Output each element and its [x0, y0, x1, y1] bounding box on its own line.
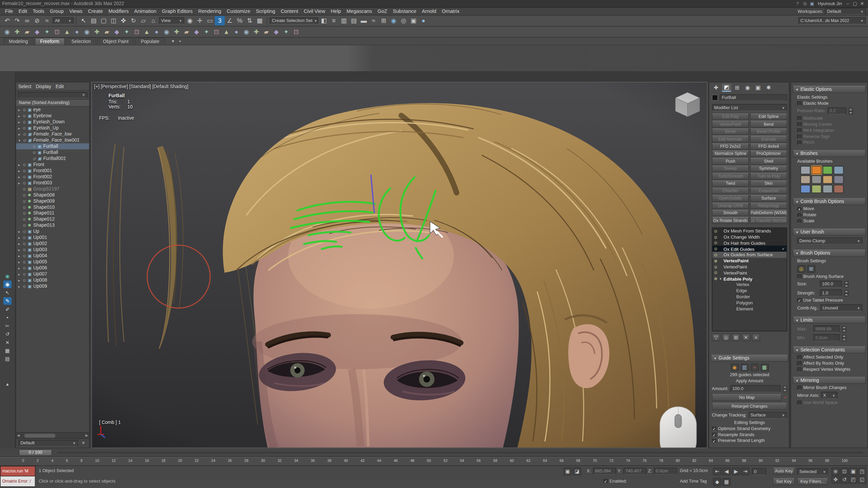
brush-slot-10[interactable]: [811, 185, 821, 193]
menu-item[interactable]: GoZ: [375, 7, 390, 15]
brush-along-surface-checkbox[interactable]: Brush Along Surface: [797, 274, 866, 279]
modifier-button[interactable]: Skin: [750, 180, 787, 187]
object-name-field[interactable]: FurBall: [719, 94, 787, 101]
max-spinner[interactable]: ▲▼: [842, 326, 846, 332]
expand-arrow-icon[interactable]: ▸: [18, 181, 23, 185]
selection-filter-dropdown[interactable]: All▼: [53, 17, 74, 24]
undo-icon[interactable]: ↶: [2, 16, 12, 25]
modifier-button[interactable]: VertexPaint: [712, 121, 749, 128]
expand-arrow-icon[interactable]: ▸: [18, 248, 23, 251]
visibility-dot-icon[interactable]: ⊙: [23, 138, 28, 142]
select-scale-icon[interactable]: ▱: [138, 16, 148, 25]
time-slider-handle[interactable]: 0 / 100: [19, 449, 52, 456]
ox-toolbar-icon-2[interactable]: ✚: [12, 27, 22, 37]
brush-slot-12[interactable]: [834, 185, 844, 193]
play-button[interactable]: ▶: [732, 468, 740, 475]
brushes-header[interactable]: ▼Brushes: [793, 150, 866, 157]
scene-explorer-row[interactable]: ▸ ⊙ ▣ Up005: [16, 259, 89, 265]
modifier-stack-item[interactable]: ⊙ VertexPaint: [712, 264, 787, 270]
comb-alg-dropdown[interactable]: Unused▼: [821, 304, 863, 311]
ox-toolbar-icon-1[interactable]: ◉: [2, 27, 12, 37]
clear-search-icon[interactable]: ✕: [80, 93, 85, 97]
show-end-result-icon[interactable]: ◎: [722, 333, 730, 341]
comb-brush-icon[interactable]: ✎: [3, 297, 12, 305]
ox-toolbar-icon-11[interactable]: ▰: [102, 27, 112, 37]
elastic-option-checkbox[interactable]: Reverse Sign: [797, 135, 866, 139]
mirror-icon[interactable]: ◧: [319, 16, 329, 25]
modifier-button[interactable]: Retopology: [750, 202, 787, 209]
scene-explorer-row[interactable]: ▸ ⊙ ▣ Up004: [16, 253, 89, 259]
brush-slot-9[interactable]: [801, 185, 810, 193]
ribbon-toggle-icon[interactable]: ▬: [359, 16, 369, 25]
brush-slot-11[interactable]: [823, 185, 832, 193]
guide-settings-checkbox[interactable]: ✓Optimize Strand Geometry: [712, 427, 787, 431]
enabled-checkbox[interactable]: ✓: [604, 479, 608, 484]
maxscript-mini-listener-line2[interactable]: Ornatrix Error: /: [0, 476, 35, 487]
use-pivot-center-icon[interactable]: ◉: [185, 16, 195, 25]
explorer-menu[interactable]: Select: [18, 84, 32, 89]
x-coordinate-field[interactable]: 885.094: [593, 468, 616, 475]
make-unique-icon[interactable]: ⊞: [732, 333, 740, 341]
elastic-mode-checkbox[interactable]: Elastic Mode: [797, 101, 866, 106]
menu-item[interactable]: Customize: [224, 7, 253, 15]
render-production-icon[interactable]: ●: [418, 16, 428, 25]
modifier-button[interactable]: Symmetry: [750, 165, 787, 172]
modifier-stack-item[interactable]: Vertex: [712, 282, 787, 288]
scene-explorer-row[interactable]: ⊙ ✱ Shape009: [16, 198, 89, 204]
curve-editor-icon[interactable]: ≈: [369, 16, 378, 25]
time-slider-track[interactable]: [58, 452, 863, 453]
select-manipulate-icon[interactable]: ✛: [195, 16, 205, 25]
menu-item[interactable]: Create: [85, 7, 105, 15]
signed-in-user[interactable]: Hyunsuk Jin: [818, 1, 842, 6]
scene-explorer-row[interactable]: ▸ ⊙ ▣ Up003: [16, 247, 89, 253]
key-filters-button[interactable]: Key Filters...: [797, 478, 828, 485]
go-to-end-button[interactable]: ⇥: [741, 468, 749, 475]
percent-snap-icon[interactable]: %: [235, 16, 244, 25]
modifier-stack-item[interactable]: ⊙ Ox Edit Guides ✓: [712, 246, 787, 252]
modifier-stack-item[interactable]: Edge: [712, 288, 787, 294]
rendered-frame-icon[interactable]: ▣: [409, 16, 418, 25]
brush-mirror-grid-icon[interactable]: ⊞: [807, 265, 815, 273]
scene-explorer-row[interactable]: ▸ ⊙ ▣ Up002: [16, 241, 89, 247]
schematic-view-icon[interactable]: ⊞: [379, 16, 389, 25]
pencil-tool-icon[interactable]: ✐: [3, 305, 12, 313]
rect-selection-icon[interactable]: ▢: [99, 16, 108, 25]
brush-slot-8[interactable]: [834, 176, 844, 184]
selection-constraints-header[interactable]: ▼Selection Constraints: [793, 346, 866, 353]
track-bar[interactable]: 0246810121416182022242628303234363840424…: [0, 457, 868, 466]
menu-item[interactable]: Help: [328, 7, 344, 15]
explorer-h-scrollbar[interactable]: ◀ ▶: [16, 432, 89, 438]
material-editor-icon[interactable]: ◉: [389, 16, 398, 25]
scene-explorer-row[interactable]: ▸ ⊙ ▣ Up001: [16, 235, 89, 241]
menu-item[interactable]: Ornatrix: [439, 7, 462, 15]
viewport[interactable]: [+] [Perspective] [Standard] [Default Sh…: [91, 82, 707, 448]
ox-toolbar-icon-23[interactable]: ▲: [221, 27, 231, 37]
visibility-dot-icon[interactable]: ⊙: [23, 242, 28, 245]
expand-arrow-icon[interactable]: ▸: [18, 266, 23, 270]
expand-arrow-icon[interactable]: ▸: [18, 108, 23, 111]
scene-explorer-row[interactable]: ▸ ⊙ ▣ eye: [16, 107, 89, 113]
ribbon-pin-icon[interactable]: ▪: [177, 38, 184, 45]
visibility-dot-icon[interactable]: ⊙: [23, 193, 28, 197]
menu-item[interactable]: Views: [66, 7, 85, 15]
visibility-dot-icon[interactable]: ⊙: [23, 272, 28, 276]
menu-item[interactable]: Megascans: [344, 7, 375, 15]
modifier-button[interactable]: Surface: [750, 195, 787, 202]
time-config-button[interactable]: ▦: [723, 478, 731, 486]
modifier-button[interactable]: Twist: [712, 180, 749, 187]
scene-explorer-toggle-icon[interactable]: ▥: [339, 16, 349, 25]
render-setup-icon[interactable]: ◎: [399, 16, 409, 25]
expand-arrow-icon[interactable]: ▸: [18, 126, 23, 130]
expand-arrow-icon[interactable]: ▸: [18, 114, 23, 118]
modifier-stack-item[interactable]: Border: [712, 294, 787, 300]
modifier-button[interactable]: Bevel: [712, 128, 749, 135]
scene-explorer-row[interactable]: ▸ ⊙ ▣ Front: [16, 162, 89, 168]
comb-mode-radio[interactable]: Scale: [797, 219, 866, 224]
notification-icon[interactable]: ◎: [801, 0, 808, 7]
size-spinner[interactable]: ▲▼: [844, 281, 849, 288]
elastic-option-checkbox[interactable]: Pinch: [797, 141, 866, 145]
scene-explorer-row[interactable]: ⊙ ✱ Shape010: [16, 204, 89, 210]
zoom-extents-icon[interactable]: ▣: [849, 468, 857, 475]
ox-toolbar-icon-17[interactable]: ◉: [162, 27, 172, 37]
visibility-dot-icon[interactable]: ⊙: [23, 114, 28, 118]
